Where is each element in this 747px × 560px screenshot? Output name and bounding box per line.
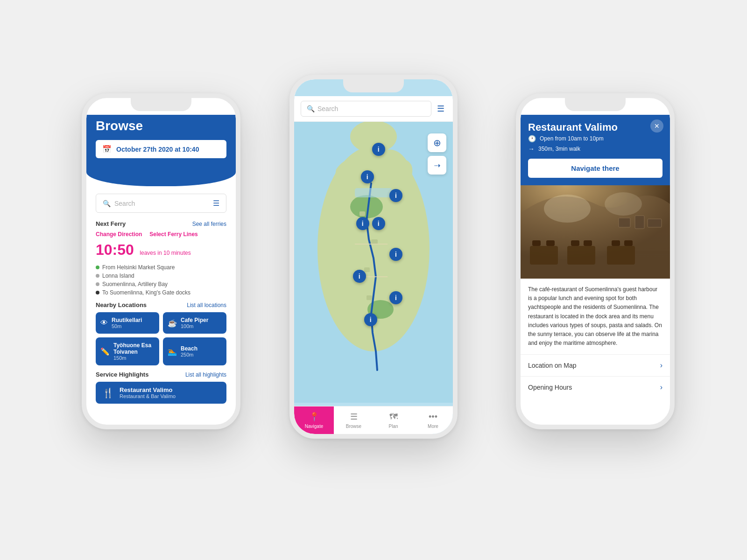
scene: Browse 📅 October 27th 2020 at 10:40 🔍 Se… — [0, 0, 747, 560]
marker-4[interactable]: i — [356, 217, 369, 230]
restaurant-interior-svg — [521, 185, 670, 279]
route-btn[interactable]: ⇢ — [428, 156, 446, 175]
date-bar: 📅 October 27th 2020 at 10:40 — [96, 140, 226, 158]
svg-rect-18 — [571, 240, 579, 246]
nav-plan[interactable]: 🗺 Plan — [374, 406, 413, 434]
hours-row: 🕐 Open from 10am to 10pm — [528, 133, 662, 144]
browse-title: Browse — [96, 115, 226, 140]
list-all-highlights-link[interactable]: List all highlights — [185, 371, 226, 378]
svg-rect-6 — [359, 211, 365, 216]
svg-rect-5 — [355, 188, 392, 197]
ferry-section-title: Next Ferry — [96, 220, 126, 227]
search-input[interactable]: Search — [114, 200, 209, 207]
distance-row: → 350m, 3min walk — [528, 144, 662, 154]
detail-description: The café-restaurant of Suomenlinna's gue… — [521, 279, 670, 354]
marker-3[interactable]: i — [389, 189, 402, 202]
map-canvas: ⊕ ⇢ i i i i i i i i i — [294, 96, 453, 406]
svg-rect-16 — [532, 240, 541, 246]
stop-dot-grey-1 — [96, 274, 99, 278]
highlights-section-title: Service Highlights — [96, 371, 148, 378]
marker-7[interactable]: i — [353, 270, 366, 283]
marker-8[interactable]: i — [364, 313, 377, 326]
filter-icon[interactable]: ☰ — [435, 102, 446, 116]
opening-hours-link[interactable]: Opening Hours › — [521, 376, 670, 398]
detail-header: ✕ Restaurant Valimo 🕐 Open from 10am to … — [521, 115, 670, 185]
ferry-stop-3: Suomenlinna, Artillery Bay — [96, 280, 226, 288]
search-icon: 🔍 — [103, 200, 111, 207]
chevron-right-icon-1: › — [660, 361, 662, 370]
nav-navigate[interactable]: 📍 Navigate — [294, 406, 334, 434]
phone-detail: ✕ Restaurant Valimo 🕐 Open from 10am to … — [516, 93, 675, 429]
ferry-time-row: 10:50 leaves in 10 minutes — [96, 241, 226, 259]
detail-title: Restaurant Valimo — [528, 119, 662, 133]
svg-point-22 — [544, 195, 591, 223]
wave-decoration — [86, 172, 236, 186]
nav-browse[interactable]: ☰ Browse — [334, 406, 374, 434]
marker-1[interactable]: i — [372, 143, 385, 156]
svg-rect-9 — [366, 295, 372, 300]
nearby-card-ruutikellari[interactable]: 👁 Ruutikellari 50m — [96, 312, 159, 334]
phone-map: 🔍 Search ☰ — [289, 75, 458, 439]
phone-browse: Browse 📅 October 27th 2020 at 10:40 🔍 Se… — [82, 93, 240, 429]
svg-rect-17 — [546, 240, 555, 246]
browse-icon: ☰ — [350, 412, 358, 422]
distance-text: 350m, 3min walk — [538, 146, 580, 152]
coffee-icon: ☕ — [168, 319, 177, 328]
highlight-card-valimo[interactable]: 🍴 Restaurant Valimo Restaurant & Bar Val… — [96, 382, 226, 404]
clock-icon: 🕐 — [528, 135, 536, 142]
nearby-card-beach[interactable]: 🏊 Beach 250m — [163, 337, 226, 365]
search-icon: 🔍 — [307, 105, 315, 112]
svg-rect-14 — [567, 246, 595, 265]
see-all-ferries-link[interactable]: See all ferries — [192, 221, 226, 227]
locate-btn[interactable]: ⊕ — [428, 133, 446, 152]
ferry-stop-2: Lonna Island — [96, 272, 226, 280]
map-overlay-buttons: ⊕ ⇢ — [428, 133, 446, 175]
stop-dot-dark — [96, 291, 99, 294]
browse-header: Browse 📅 October 27th 2020 at 10:40 — [86, 115, 236, 172]
chevron-right-icon-2: › — [660, 383, 662, 392]
more-icon: ••• — [429, 412, 437, 422]
list-all-locations-link[interactable]: List all locations — [187, 302, 226, 308]
svg-rect-13 — [530, 246, 558, 265]
svg-rect-19 — [584, 240, 592, 246]
ferry-section-header: Next Ferry See all ferries — [96, 220, 226, 227]
svg-rect-15 — [607, 246, 635, 265]
ferry-controls: Change Direction Select Ferry Lines — [96, 231, 226, 238]
marker-5[interactable]: i — [372, 217, 385, 230]
nearby-card-tyohuone[interactable]: ✏️ Työhuone Esa Toivanen 150m — [96, 337, 159, 365]
nearby-section-header: Nearby Locations List all locations — [96, 301, 226, 308]
map-search-bar[interactable]: 🔍 Search — [301, 101, 431, 117]
svg-rect-25 — [635, 216, 644, 229]
map-search-placeholder[interactable]: Search — [317, 105, 425, 112]
stop-dot-green — [96, 266, 99, 269]
select-ferry-lines-btn[interactable]: Select Ferry Lines — [149, 231, 197, 238]
ferry-stops: From Helsinki Market Square Lonna Island… — [96, 263, 226, 297]
ferry-time: 10:50 — [96, 241, 134, 258]
svg-rect-24 — [619, 218, 630, 227]
ferry-soon: leaves in 10 minutes — [140, 250, 190, 256]
ferry-stop-1: From Helsinki Market Square — [96, 263, 226, 272]
eye-icon: 👁 — [100, 319, 108, 327]
date-text: October 27th 2020 at 10:40 — [116, 146, 199, 153]
list-icon[interactable]: ☰ — [213, 199, 219, 208]
marker-2[interactable]: i — [361, 170, 374, 183]
ferry-stop-4: To Suomenlinna, King's Gate docks — [96, 288, 226, 297]
walk-icon: → — [528, 145, 535, 153]
map-bottom-nav: 📍 Navigate ☰ Browse 🗺 Plan ••• More — [294, 406, 453, 434]
browse-body: 🔍 Search ☰ Next Ferry See all ferries Ch… — [86, 186, 236, 411]
restaurant-icon: 🍴 — [102, 387, 114, 399]
nearby-card-cafe-piper[interactable]: ☕ Cafe Piper 100m — [163, 312, 226, 334]
restaurant-image — [521, 185, 670, 279]
pen-icon: ✏️ — [100, 347, 110, 356]
highlights-section-header: Service Highlights List all highlights — [96, 371, 226, 378]
location-on-map-link[interactable]: Location on Map › — [521, 354, 670, 376]
svg-rect-20 — [612, 240, 620, 246]
stop-dot-grey-2 — [96, 282, 99, 286]
svg-rect-8 — [364, 267, 370, 272]
change-direction-btn[interactable]: Change Direction — [96, 231, 142, 238]
navigate-there-button[interactable]: Navigate there — [528, 159, 662, 178]
navigate-icon: 📍 — [309, 412, 319, 422]
nav-more[interactable]: ••• More — [413, 406, 453, 434]
close-button[interactable]: ✕ — [650, 119, 663, 133]
search-bar[interactable]: 🔍 Search ☰ — [96, 194, 226, 213]
